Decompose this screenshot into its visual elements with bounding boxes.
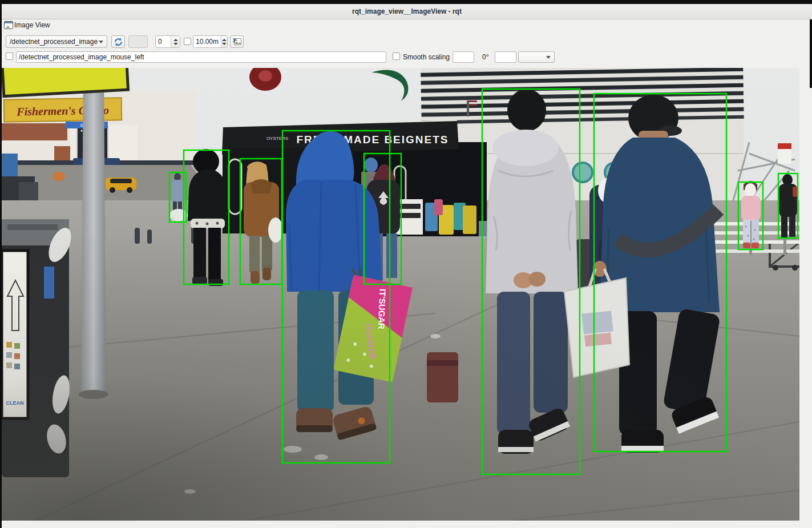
desktop-edge <box>810 19 812 88</box>
color-scheme-combo[interactable] <box>518 51 555 63</box>
topic-selector-value: /detectnet_processed_image <box>10 38 98 46</box>
rqt-window: rqt_image_view__ImageView - rqt Image Vi… <box>2 4 812 528</box>
save-image-button[interactable] <box>230 35 244 48</box>
topic-selector-combo[interactable]: /detectnet_processed_image <box>6 35 107 48</box>
smooth-scaling-label: Smooth scaling <box>403 53 450 61</box>
save-image-icon <box>232 37 242 46</box>
range-value: 10.00m <box>193 36 221 47</box>
image-view-icon <box>4 21 13 29</box>
smooth-scaling-checkbox[interactable] <box>393 53 400 60</box>
window-titlebar[interactable]: rqt_image_view__ImageView - rqt <box>2 4 812 19</box>
image-display-area[interactable]: OPEN Fishermen's Grotto <box>2 68 799 521</box>
chevron-down-icon <box>99 41 103 43</box>
svg-text:OYSTERS: OYSTERS <box>266 136 288 141</box>
publish-click-checkbox[interactable] <box>6 53 13 60</box>
refresh-topics-button[interactable] <box>111 35 125 48</box>
depth-checkbox[interactable] <box>184 38 191 45</box>
spinbox-arrows[interactable] <box>171 36 180 47</box>
image-view-panel: Image View /detectnet_processed_image 0 … <box>2 19 812 528</box>
camera-image: OPEN Fishermen's Grotto <box>2 68 799 521</box>
refresh-icon <box>114 37 123 47</box>
yellow-street-sign <box>2 68 128 96</box>
scale-field[interactable] <box>495 51 516 63</box>
mouse-topic-field[interactable]: /detectnet_processed_image_mouse_left <box>16 51 386 63</box>
dock-header[interactable]: Image View <box>4 21 50 29</box>
window-title: rqt_image_view__ImageView - rqt <box>352 7 462 15</box>
queue-size-value: 0 <box>156 36 171 47</box>
chevron-down-icon <box>546 56 551 59</box>
angle-label: 0° <box>482 53 488 61</box>
spinbox-arrows[interactable] <box>221 36 227 47</box>
rotate-field[interactable] <box>453 51 474 63</box>
mouse-topic-value: /detectnet_processed_image_mouse_left <box>19 53 144 61</box>
range-spinbox[interactable]: 10.00m <box>193 35 228 48</box>
queue-size-spinbox[interactable]: 0 <box>155 35 180 48</box>
dock-title: Image View <box>14 21 50 29</box>
frame-field[interactable] <box>128 35 148 48</box>
